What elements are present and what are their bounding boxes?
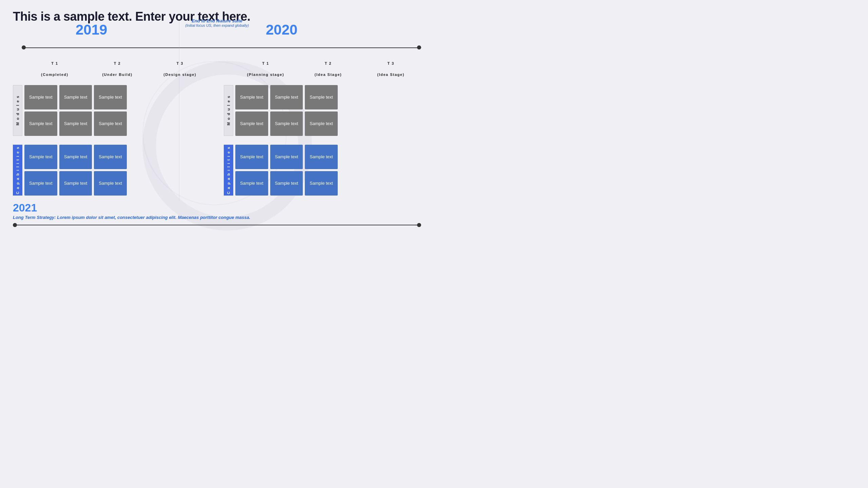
year-2020-section: T 1 (Planning stage) T 2 (Idea Stage) T … bbox=[224, 55, 421, 196]
cell-2020-cap-t1-r2: Sample text bbox=[235, 171, 268, 196]
cell-2020-mod-t3-r1: Sample text bbox=[305, 85, 338, 109]
cell-2020-mod-t1-r1: Sample text bbox=[235, 85, 268, 109]
cell-2020-cap-t2-r2: Sample text bbox=[270, 171, 303, 196]
cell-2019-cap-t3-r2: Sample text bbox=[94, 171, 127, 196]
2020-t1-header: T 1 (Planning stage) bbox=[235, 55, 296, 83]
cell-2019-mod-t3-r1: Sample text bbox=[94, 85, 127, 109]
bottom-dot-left bbox=[13, 223, 17, 227]
cell-2019-mod-t1-r2: Sample text bbox=[24, 111, 57, 136]
timeline-center: End to End feature suite (Initial focus … bbox=[145, 18, 289, 27]
bottom-dot-right bbox=[417, 223, 421, 227]
2019-headers: T 1 (Completed) T 2 (Under Build) T 3 (D… bbox=[13, 55, 210, 83]
bottom-line-row bbox=[13, 222, 421, 228]
cell-2019-cap-t3-r1: Sample text bbox=[94, 145, 127, 169]
2019-t2-header: T 2 (Under Build) bbox=[87, 55, 148, 83]
cell-2020-cap-t2-r1: Sample text bbox=[270, 145, 303, 169]
cap-row1: Sample text Sample text Sample text bbox=[24, 145, 210, 169]
cell-2019-mod-t2-r2: Sample text bbox=[59, 111, 92, 136]
2020-capabilities-cells: Sample text Sample text Sample text Samp… bbox=[235, 145, 421, 196]
cell-2019-mod-t3-r2: Sample text bbox=[94, 111, 127, 136]
cell-2020-mod-t2-r1: Sample text bbox=[270, 85, 303, 109]
2020-modules-row2: Sample text Sample text Sample text bbox=[235, 111, 421, 136]
timeline-dot-right bbox=[417, 45, 421, 49]
cell-2019-mod-t1-r1: Sample text bbox=[24, 85, 57, 109]
2020-modules-cells: Sample text Sample text Sample text Samp… bbox=[235, 85, 421, 136]
year-2021-label: 2021 bbox=[13, 202, 421, 214]
cap-row2: Sample text Sample text Sample text bbox=[24, 171, 210, 196]
bottom-strategy-text: Long Term Strategy: Lorem ipsum dolor si… bbox=[13, 215, 421, 220]
modules-label-left: M o d u l e s bbox=[13, 85, 22, 136]
capabilities-label-left: C a p a b i l i t i e s bbox=[13, 145, 22, 196]
main-grid: T 1 (Completed) T 2 (Under Build) T 3 (D… bbox=[13, 55, 421, 196]
bottom-timeline-line bbox=[13, 225, 421, 225]
2019-modules-row: M o d u l e s Sample text Sample text Sa… bbox=[13, 85, 210, 136]
2020-t2-header: T 2 (Idea Stage) bbox=[298, 55, 359, 83]
cell-2020-cap-t3-r1: Sample text bbox=[305, 145, 338, 169]
mid-divider bbox=[210, 55, 224, 196]
timeline-container: 2019 2020 End to End feature suite (Init… bbox=[13, 31, 421, 52]
page: This is a sample text. Enter your text h… bbox=[0, 0, 434, 235]
modules-row2: Sample text Sample text Sample text bbox=[24, 111, 210, 136]
cell-2020-mod-t1-r2: Sample text bbox=[235, 111, 268, 136]
2020-t3-header: T 3 (Idea Stage) bbox=[360, 55, 421, 83]
cell-2020-cap-t3-r2: Sample text bbox=[305, 171, 338, 196]
2020-modules-row1: Sample text Sample text Sample text bbox=[235, 85, 421, 109]
2019-capabilities-cells: Sample text Sample text Sample text Samp… bbox=[24, 145, 210, 196]
cell-2019-cap-t2-r2: Sample text bbox=[59, 171, 92, 196]
cell-2020-mod-t3-r2: Sample text bbox=[305, 111, 338, 136]
capabilities-label-right: C a p a b i l i t i e s bbox=[224, 145, 233, 196]
2019-t1-header: T 1 (Completed) bbox=[24, 55, 85, 83]
cell-2019-cap-t2-r1: Sample text bbox=[59, 145, 92, 169]
section-gap-right bbox=[224, 138, 421, 145]
modules-label-right: M o d u l e s bbox=[224, 85, 233, 136]
2020-capabilities-row: C a p a b i l i t i e s Sample text Samp… bbox=[224, 145, 421, 196]
2020-cap-row1: Sample text Sample text Sample text bbox=[235, 145, 421, 169]
cell-2020-cap-t1-r1: Sample text bbox=[235, 145, 268, 169]
year-2019-label: 2019 bbox=[76, 22, 107, 38]
2019-t3-header: T 3 (Design stage) bbox=[150, 55, 210, 83]
2020-headers: T 1 (Planning stage) T 2 (Idea Stage) T … bbox=[224, 55, 421, 83]
2019-modules-cells: Sample text Sample text Sample text Samp… bbox=[24, 85, 210, 136]
center-main-label: End to End feature suite bbox=[145, 18, 289, 23]
center-sub-label: (Initial focus US, then expand globally) bbox=[145, 23, 289, 27]
cell-2019-cap-t1-r2: Sample text bbox=[24, 171, 57, 196]
2020-modules-row: M o d u l e s Sample text Sample text Sa… bbox=[224, 85, 421, 136]
timeline-line bbox=[22, 47, 421, 48]
cell-2019-cap-t1-r1: Sample text bbox=[24, 145, 57, 169]
2020-cap-row2: Sample text Sample text Sample text bbox=[235, 171, 421, 196]
bottom-timeline: 2021 Long Term Strategy: Lorem ipsum dol… bbox=[13, 202, 421, 228]
center-divider bbox=[179, 21, 179, 201]
year-2019-section: T 1 (Completed) T 2 (Under Build) T 3 (D… bbox=[13, 55, 210, 196]
modules-row1: Sample text Sample text Sample text bbox=[24, 85, 210, 109]
cell-2019-mod-t2-r1: Sample text bbox=[59, 85, 92, 109]
timeline-dot-left bbox=[22, 45, 26, 49]
cell-2020-mod-t2-r2: Sample text bbox=[270, 111, 303, 136]
section-gap-left bbox=[13, 138, 210, 145]
2019-capabilities-row: C a p a b i l i t i e s Sample text Samp… bbox=[13, 145, 210, 196]
